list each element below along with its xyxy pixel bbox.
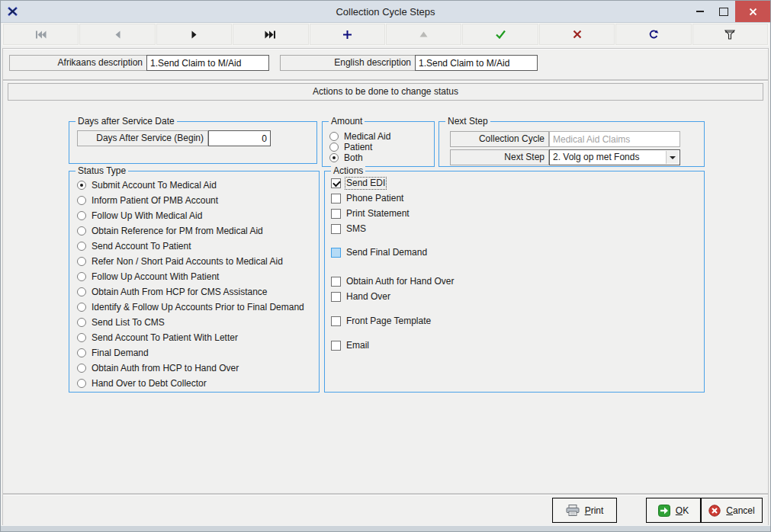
radio-option[interactable]: Hand Over to Debt Collector [77, 376, 316, 391]
checkbox-option-label: Email [346, 341, 369, 351]
insert-record-button[interactable] [310, 24, 385, 45]
radio-option[interactable]: Obtain Auth From HCP for CMS Assistance [77, 284, 316, 300]
radio-icon[interactable] [329, 132, 339, 141]
radio-icon[interactable] [329, 153, 339, 162]
ok-button[interactable]: OK [646, 498, 701, 523]
collection-cycle-label: Collection Cycle [450, 131, 549, 147]
radio-option[interactable]: Follow Up With Medical Aid [77, 208, 316, 223]
checkbox-option[interactable]: SMS [331, 223, 701, 234]
checkbox-icon[interactable] [331, 178, 341, 188]
checkbox-option-label: Hand Over [346, 292, 390, 302]
radio-icon[interactable] [77, 333, 86, 342]
checkbox-option[interactable]: Send EDI [331, 178, 701, 188]
close-icon [749, 8, 757, 16]
radio-option[interactable]: Send Account To Patient [77, 239, 316, 254]
radio-option[interactable]: Follow Up Account With Patient [77, 269, 316, 284]
radio-option[interactable]: Send List To CMS [77, 315, 316, 330]
radio-option[interactable]: Inform Patient Of PMB Account [77, 193, 316, 208]
radio-icon[interactable] [77, 364, 86, 373]
radio-option[interactable]: Medical Aid [329, 131, 431, 142]
radio-option[interactable]: Submit Account To Medical Aid [77, 178, 316, 193]
description-panel: Afrikaans description English descriptio… [2, 48, 769, 80]
checkbox-option[interactable]: Print Statement [331, 208, 701, 219]
radio-icon[interactable] [77, 242, 86, 251]
afrikaans-description-input[interactable] [146, 55, 269, 71]
radio-option-label: Submit Account To Medical Aid [92, 181, 217, 191]
checkbox-icon[interactable] [331, 292, 341, 302]
amount-group-title: Amount [329, 116, 365, 127]
radio-option[interactable]: Both [329, 152, 431, 163]
radio-option-label: Send Account To Patient With Letter [92, 333, 238, 343]
edit-record-button[interactable] [386, 24, 461, 45]
checkbox-option[interactable]: Phone Patient [331, 193, 701, 204]
days-after-service-input[interactable] [208, 130, 271, 146]
post-record-button[interactable] [462, 24, 538, 45]
maximize-button[interactable] [712, 1, 735, 22]
main-panel: Actions to be done to change status Days… [2, 80, 769, 494]
first-record-button[interactable] [3, 24, 79, 45]
prior-record-button[interactable] [79, 24, 155, 45]
checkbox-option[interactable]: Email [331, 340, 701, 351]
next-step-group: Next Step Collection Cycle Next Step 2. … [439, 121, 705, 167]
cancel-record-button[interactable] [539, 24, 615, 45]
checkbox-option[interactable]: Hand Over [331, 291, 701, 302]
radio-icon[interactable] [77, 318, 86, 327]
next-step-dropdown[interactable]: 2. Volg op met Fonds [549, 149, 680, 165]
chevron-down-icon [670, 156, 676, 159]
radio-option[interactable]: Final Demand [77, 345, 316, 361]
checkbox-option-label: Phone Patient [346, 194, 403, 204]
close-button[interactable] [735, 1, 770, 22]
days-after-service-group: Days after Service Date Days After Servi… [69, 121, 317, 164]
filter-button[interactable] [692, 24, 768, 45]
english-description-input[interactable] [415, 55, 538, 71]
radio-option[interactable]: Obtain Auth from HCP to Hand Over [77, 361, 316, 376]
checkbox-icon[interactable] [331, 316, 341, 326]
checkbox-icon[interactable] [331, 248, 341, 258]
radio-option[interactable]: Patient [329, 142, 431, 152]
refresh-button[interactable] [615, 24, 691, 45]
radio-icon[interactable] [77, 181, 86, 190]
checkbox-icon[interactable] [331, 277, 341, 287]
checkbox-icon[interactable] [331, 224, 341, 234]
radio-icon[interactable] [77, 196, 86, 205]
prior-record-icon [114, 30, 121, 39]
cancel-button[interactable]: Cancel [701, 498, 763, 523]
checkbox-icon[interactable] [331, 209, 341, 219]
radio-option-label: Hand Over to Debt Collector [92, 379, 207, 389]
next-record-button[interactable] [156, 24, 232, 45]
window-controls [688, 1, 770, 22]
status-type-group: Status Type Submit Account To Medical Ai… [69, 171, 320, 393]
radio-icon[interactable] [77, 211, 86, 220]
checkbox-option[interactable]: Obtain Auth for Hand Over [331, 276, 701, 287]
radio-option[interactable]: Identify & Follow Up Accounts Prior to F… [77, 300, 316, 315]
radio-option-label: Obtain Auth From HCP for CMS Assistance [92, 287, 268, 297]
radio-icon[interactable] [77, 348, 86, 357]
radio-option-label: Final Demand [92, 348, 149, 358]
radio-icon[interactable] [329, 143, 339, 152]
days-after-service-label: Days After Service (Begin) [77, 130, 208, 146]
dropdown-arrow-button[interactable] [666, 151, 679, 164]
next-step-dropdown-value: 2. Volg op met Fonds [553, 152, 639, 162]
radio-icon[interactable] [77, 287, 86, 296]
radio-icon[interactable] [77, 226, 86, 236]
amount-group: Amount Medical AidPatientBoth [322, 121, 435, 167]
print-button[interactable]: Print [552, 498, 617, 523]
record-navigator-toolbar [2, 23, 769, 46]
radio-option[interactable]: Obtain Reference for PM from Medical Aid [77, 223, 316, 239]
radio-option[interactable]: Send Account To Patient With Letter [77, 330, 316, 345]
checkbox-option[interactable]: Front Page Template [331, 316, 701, 326]
last-record-button[interactable] [233, 24, 308, 45]
section-header: Actions to be done to change status [8, 83, 763, 101]
status-type-group-title: Status Type [75, 165, 128, 176]
checkbox-icon[interactable] [331, 194, 341, 204]
checkbox-icon[interactable] [331, 341, 341, 351]
checkbox-option[interactable]: Send Final Demand [331, 247, 701, 258]
radio-icon[interactable] [77, 303, 86, 312]
minimize-button[interactable] [688, 1, 712, 22]
radio-icon[interactable] [77, 379, 86, 388]
radio-icon[interactable] [77, 272, 86, 281]
radio-option-label: Refer Non / Short Paid Accounts to Medic… [92, 257, 283, 267]
radio-option[interactable]: Refer Non / Short Paid Accounts to Medic… [77, 254, 316, 269]
radio-icon[interactable] [77, 257, 86, 266]
checkbox-option-label: SMS [346, 224, 366, 234]
